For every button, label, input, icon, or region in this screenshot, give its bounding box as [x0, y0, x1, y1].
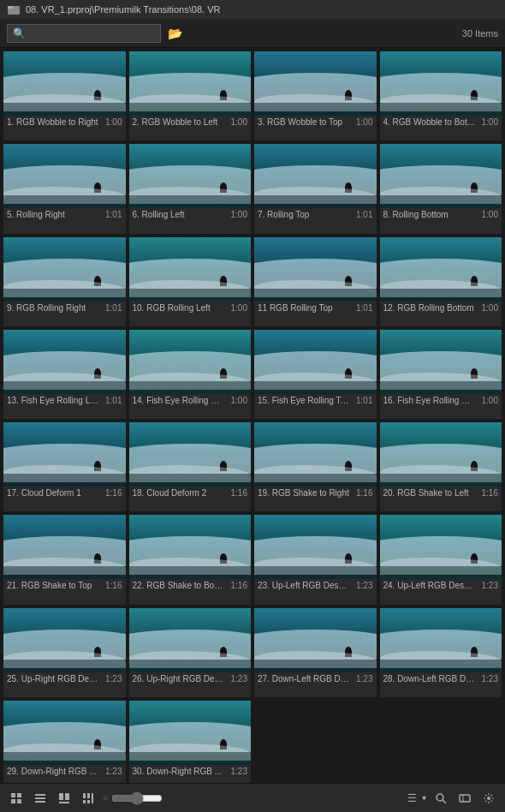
- thumbnail-14: [129, 330, 252, 394]
- item-duration: 1:00: [231, 396, 247, 405]
- grid-item-29[interactable]: 29. Down-Right RGB ... 1:23: [3, 701, 126, 790]
- grid-item-5[interactable]: 5. Rolling Right 1:01: [3, 144, 126, 233]
- multi-view-button[interactable]: [79, 791, 98, 806]
- item-duration: 1:01: [356, 210, 372, 219]
- svg-rect-11: [59, 802, 69, 803]
- item-label: 21. RGB Shake to Top: [7, 581, 92, 590]
- grid-item-13[interactable]: 13. Fish Eye Rolling Left 1:01: [3, 330, 126, 419]
- item-label-row: 24. Up-Left RGB Desol... 1:23: [380, 579, 502, 592]
- item-label: 23. Up-Left RGB Desol...: [258, 581, 350, 590]
- thumbnail-12: [380, 237, 502, 302]
- media-button[interactable]: [455, 791, 474, 806]
- grid-item-27[interactable]: 27. Down-Left RGB De... 1:23: [254, 608, 377, 697]
- thumbnail-22: [129, 515, 252, 579]
- thumbnail-30: [129, 701, 252, 765]
- item-label: 16. Fish Eye Rolling Bo...: [383, 396, 476, 405]
- svg-point-17: [437, 794, 443, 801]
- grid-item-26[interactable]: 26. Up-Right RGB Des... 1:23: [129, 608, 252, 697]
- grid-item-11[interactable]: 11 RGB Rolling Top 1:01: [254, 237, 377, 326]
- item-label: 1. RGB Wobble to Right: [7, 117, 98, 127]
- item-label-row: 27. Down-Left RGB De... 1:23: [254, 672, 377, 685]
- grid-item-9[interactable]: 9. RGB Rolling Right 1:01: [3, 237, 126, 326]
- item-duration: 1:00: [231, 210, 247, 219]
- item-label: 9. RGB Rolling Right: [7, 303, 86, 313]
- grid-item-12[interactable]: 12. RGB Rolling Bottom 1:00: [380, 237, 502, 326]
- search-wrap[interactable]: 🔍: [7, 24, 161, 43]
- thumbnail-20: [380, 422, 502, 487]
- grid-item-20[interactable]: 20. RGB Shake to Left 1:16: [380, 422, 502, 511]
- grid-item-19[interactable]: 19. RGB Shake to Right 1:16: [254, 422, 377, 511]
- grid-item-28[interactable]: 28. Down-Left RGB De... 1:23: [380, 608, 502, 697]
- item-label-row: 14. Fish Eye Rolling Ri... 1:00: [129, 394, 252, 407]
- item-label-row: 23. Up-Left RGB Desol... 1:23: [254, 579, 377, 592]
- item-label-row: 7. Rolling Top 1:01: [254, 208, 377, 221]
- grid-item-21[interactable]: 21. RGB Shake to Top 1:16: [3, 515, 126, 604]
- grid-item-4[interactable]: 4. RGB Wobble to Bot... 1:00: [380, 51, 502, 140]
- item-label-row: 6. Rolling Left 1:00: [129, 208, 252, 221]
- svg-rect-14: [83, 800, 86, 803]
- item-duration: 1:01: [105, 210, 122, 219]
- svg-point-21: [487, 797, 490, 800]
- grid-item-2[interactable]: 2. RGB Wobble to Left 1:00: [129, 51, 252, 140]
- folder-nav-icon[interactable]: 📂: [168, 27, 182, 40]
- thumbnail-16: [380, 330, 502, 394]
- item-label-row: 11 RGB Rolling Top 1:01: [254, 302, 377, 314]
- item-label-row: 21. RGB Shake to Top 1:16: [3, 579, 126, 592]
- grid-item-17[interactable]: 17. Cloud Deform 1 1:16: [3, 422, 126, 511]
- grid-item-30[interactable]: 30. Down-Right RGB ... 1:23: [129, 701, 252, 790]
- item-label: 15. Fish Eye Rolling Top: [258, 396, 350, 405]
- item-label-row: 22. RGB Shake to Bott... 1:16: [129, 579, 252, 592]
- item-duration: 1:01: [356, 303, 372, 313]
- thumbnail-6: [129, 144, 252, 208]
- item-duration: 1:16: [482, 488, 498, 498]
- item-duration: 1:23: [482, 674, 498, 684]
- grid-item-16[interactable]: 16. Fish Eye Rolling Bo... 1:00: [380, 330, 502, 419]
- grid-item-18[interactable]: 18. Cloud Deform 2 1:16: [129, 422, 252, 511]
- item-duration: 1:23: [105, 674, 122, 684]
- grid-item-10[interactable]: 10. RGB Rolling Left 1:00: [129, 237, 252, 326]
- item-label-row: 9. RGB Rolling Right 1:01: [3, 302, 126, 314]
- grid-item-23[interactable]: 23. Up-Left RGB Desol... 1:23: [254, 515, 377, 604]
- grid-view-button[interactable]: [7, 791, 26, 806]
- zoom-slider[interactable]: [111, 791, 163, 805]
- item-label-row: 17. Cloud Deform 1 1:16: [3, 487, 126, 499]
- grid-item-24[interactable]: 24. Up-Left RGB Desol... 1:23: [380, 515, 502, 604]
- item-label: 5. Rolling Right: [7, 210, 65, 219]
- list-view-button[interactable]: [31, 791, 50, 806]
- item-label: 6. Rolling Left: [133, 210, 185, 219]
- item-label: 18. Cloud Deform 2: [133, 488, 207, 498]
- item-duration: 1:23: [231, 767, 247, 776]
- item-label: 27. Down-Left RGB De...: [258, 674, 350, 684]
- settings-button[interactable]: [479, 791, 498, 806]
- svg-rect-8: [35, 801, 45, 803]
- svg-rect-3: [17, 793, 21, 797]
- item-duration: 1:00: [482, 210, 498, 219]
- item-duration: 1:23: [482, 581, 498, 590]
- search-button[interactable]: [431, 791, 450, 806]
- thumbnail-11: [254, 237, 377, 302]
- grid-item-25[interactable]: 25. Up-Right RGB Des... 1:23: [3, 608, 126, 697]
- search-input[interactable]: [29, 28, 149, 39]
- grid-item-7[interactable]: 7. Rolling Top 1:01: [254, 144, 377, 233]
- item-duration: 1:01: [356, 396, 372, 405]
- thumbnail-1: [3, 51, 126, 116]
- thumbnail-21: [3, 515, 126, 579]
- item-duration: 1:00: [482, 117, 498, 127]
- grid-item-6[interactable]: 6. Rolling Left 1:00: [129, 144, 252, 233]
- sort-chevron[interactable]: ▾: [422, 793, 426, 803]
- svg-rect-5: [17, 799, 21, 803]
- grid-item-22[interactable]: 22. RGB Shake to Bott... 1:16: [129, 515, 252, 604]
- grid-item-14[interactable]: 14. Fish Eye Rolling Ri... 1:00: [129, 330, 252, 419]
- thumbnail-15: [254, 330, 377, 394]
- grid-item-15[interactable]: 15. Fish Eye Rolling Top 1:01: [254, 330, 377, 419]
- grid-item-8[interactable]: 8. Rolling Bottom 1:00: [380, 144, 502, 233]
- frame-view-button[interactable]: [55, 791, 74, 806]
- grid-item-1[interactable]: 1. RGB Wobble to Right 1:00: [3, 51, 126, 140]
- sort-list-button[interactable]: ☰: [407, 792, 417, 804]
- folder-icon: [7, 3, 21, 16]
- thumbnail-29: [3, 701, 126, 765]
- grid-item-3[interactable]: 3. RGB Wobble to Top 1:00: [254, 51, 377, 140]
- item-label-row: 3. RGB Wobble to Top 1:00: [254, 116, 377, 128]
- zoom-slider-wrap[interactable]: ○: [103, 791, 402, 805]
- item-duration: 1:01: [105, 396, 122, 405]
